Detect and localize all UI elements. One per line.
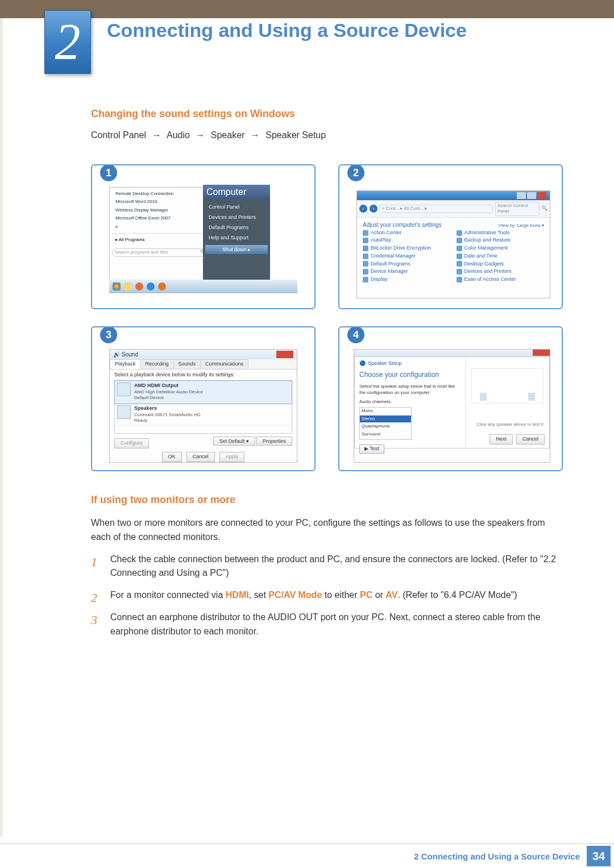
screenshot-sound-dialog: 3 🔊 Sound Playback Recording Sounds Comm… <box>91 326 316 471</box>
menu-item-computer[interactable]: Computer <box>203 185 270 200</box>
cp-item[interactable]: Color Management <box>457 245 545 252</box>
cp-item[interactable]: Ease of Access Center <box>457 276 545 283</box>
programs-icon <box>363 261 368 267</box>
start-search[interactable]: Search programs and files 🔍 <box>112 248 209 256</box>
menu-item[interactable]: Remote Desktop Connection <box>112 190 209 198</box>
taskbar-ie-icon[interactable] <box>147 283 155 290</box>
close-icon[interactable] <box>537 192 546 199</box>
cp-item[interactable]: BitLocker Drive Encryption <box>363 245 451 252</box>
address-bar: ‹ › « Cont... ▸ All Cont... ▸ Search Con… <box>357 200 550 218</box>
step-number: 1 <box>91 553 97 572</box>
arrow-icon: → <box>152 130 161 140</box>
cancel-button[interactable]: Cancel <box>516 434 545 445</box>
close-icon[interactable] <box>276 351 293 358</box>
cp-item[interactable]: Credential Manager <box>363 253 451 260</box>
channels-list[interactable]: Mono Stereo Quadraphonic Surround 5.1 Su… <box>359 407 412 440</box>
cp-item[interactable]: Default Programs <box>363 261 451 268</box>
taskbar-icon[interactable] <box>158 283 166 290</box>
sound-instruction: Select a playback device below to modify… <box>114 372 292 379</box>
window-titlebar: 🔊 Sound <box>110 350 297 359</box>
channel-option[interactable]: Surround <box>360 431 411 438</box>
speaker-left-icon[interactable] <box>480 393 487 401</box>
tab-playback[interactable]: Playback <box>110 359 141 369</box>
ok-button[interactable]: OK <box>162 452 182 462</box>
properties-button[interactable]: Properties <box>256 437 292 446</box>
maximize-icon[interactable] <box>527 192 536 199</box>
cp-item[interactable]: Device Manager <box>363 268 451 275</box>
intro-paragraph: When two or more monitors are connected … <box>91 516 563 545</box>
playback-device-speakers[interactable]: Speakers Conexant 20671 SmartAudio HD Re… <box>115 404 292 426</box>
speaker-setup-window: 🔵 Speaker Setup Choose your configuratio… <box>354 349 550 463</box>
cp-item[interactable]: Desktop Gadgets <box>457 261 545 268</box>
back-icon[interactable]: ‹ <box>359 205 367 213</box>
speaker-right-icon[interactable] <box>528 393 535 401</box>
window-titlebar <box>357 191 550 200</box>
step-number: 2 <box>91 588 97 608</box>
view-by-dropdown[interactable]: View by: Large icons ▾ <box>499 223 544 229</box>
taskbar-icon[interactable] <box>135 283 143 290</box>
menu-item[interactable]: Microsoft Word 2010 <box>112 198 209 206</box>
display-icon <box>363 277 368 283</box>
chapter-number-badge: 2 <box>44 10 91 74</box>
taskbar-icon[interactable] <box>124 283 132 290</box>
start-orb-icon[interactable] <box>113 283 121 290</box>
apply-button[interactable]: Apply <box>219 452 245 462</box>
menu-item-control-panel[interactable]: Control Panel <box>205 202 268 212</box>
page-number: 34 <box>587 846 611 866</box>
tab-communications[interactable]: Communications <box>200 359 248 369</box>
menu-item[interactable]: Microsoft Office Excel 2007 <box>112 214 209 222</box>
cp-item[interactable]: Display <box>363 276 451 283</box>
wizard-sub: Select the speaker setup below that is m… <box>359 384 460 396</box>
menu-item[interactable]: Wireless Display Manager <box>112 206 209 214</box>
sound-tabs: Playback Recording Sounds Communications <box>110 359 297 369</box>
speaker-icon <box>117 383 131 396</box>
screenshot-speaker-setup: 4 🔵 Speaker Setup Choose your configurat… <box>338 326 563 471</box>
path-field[interactable]: « Cont... ▸ All Cont... ▸ <box>380 205 493 213</box>
wizard-header: 🔵 Speaker Setup <box>359 360 460 367</box>
channels-label: Audio channels: <box>359 399 460 405</box>
tab-sounds[interactable]: Sounds <box>173 359 201 369</box>
cancel-button[interactable]: Cancel <box>186 452 215 462</box>
cp-item[interactable]: Administrative Tools <box>457 230 545 236</box>
printer-icon <box>457 269 462 275</box>
window-titlebar <box>354 350 550 356</box>
forward-icon[interactable]: › <box>370 205 377 213</box>
set-default-button[interactable]: Set Default ▾ <box>213 437 255 446</box>
menu-item-help-support[interactable]: Help and Support <box>205 232 268 243</box>
taskbar <box>109 280 297 293</box>
close-icon[interactable] <box>533 350 550 356</box>
menu-item-default-programs[interactable]: Default Programs <box>205 222 268 232</box>
section-heading-monitors: If using two monitors or more <box>91 494 563 506</box>
playback-device-hdmi[interactable]: AMD HDMI Output AMD High Definition Audi… <box>115 381 292 403</box>
channel-option[interactable]: 5.1 Surround <box>360 438 411 440</box>
minimize-icon[interactable] <box>517 192 526 199</box>
arrow-icon: → <box>196 130 205 140</box>
tab-recording[interactable]: Recording <box>140 359 174 369</box>
menu-item[interactable]: s <box>112 223 209 231</box>
cp-item[interactable]: Date and Time <box>457 253 545 260</box>
cp-item[interactable]: Backup and Restore <box>457 237 545 244</box>
cp-item[interactable]: Devices and Printers <box>457 268 545 275</box>
speaker-icon <box>117 405 131 419</box>
test-button[interactable]: ▶ Test <box>359 445 384 454</box>
step-badge-3: 3 <box>100 326 117 343</box>
all-programs[interactable]: ▸ All Programs <box>112 236 209 244</box>
menu-item-devices-printers[interactable]: Devices and Printers <box>205 212 268 222</box>
screenshot-control-panel: 2 ‹ › « Cont... ▸ All Cont... ▸ Search C… <box>338 164 563 309</box>
step-text: Connect an earphone distributor to the A… <box>110 612 541 636</box>
channel-option[interactable]: Mono <box>360 408 411 415</box>
next-button[interactable]: Next <box>489 434 513 445</box>
cp-item[interactable]: AutoPlay <box>363 237 451 244</box>
cp-item[interactable]: Action Center <box>363 230 451 236</box>
step-badge-4: 4 <box>347 326 364 343</box>
hint-text: Click any speaker above to test it. <box>476 422 545 427</box>
step-3: 3 Connect an earphone distributor to the… <box>91 610 563 639</box>
search-icon[interactable]: 🔍 <box>542 206 547 211</box>
shutdown-button[interactable]: Shut down ▸ <box>205 245 268 254</box>
device-icon <box>363 269 368 275</box>
configure-button[interactable]: Configure <box>114 438 149 448</box>
search-field[interactable]: Search Control Panel <box>495 202 540 216</box>
channel-option-selected[interactable]: Stereo <box>360 416 411 423</box>
channel-option[interactable]: Quadraphonic <box>360 423 411 430</box>
section-heading-sound: Changing the sound settings on Windows <box>91 108 563 120</box>
